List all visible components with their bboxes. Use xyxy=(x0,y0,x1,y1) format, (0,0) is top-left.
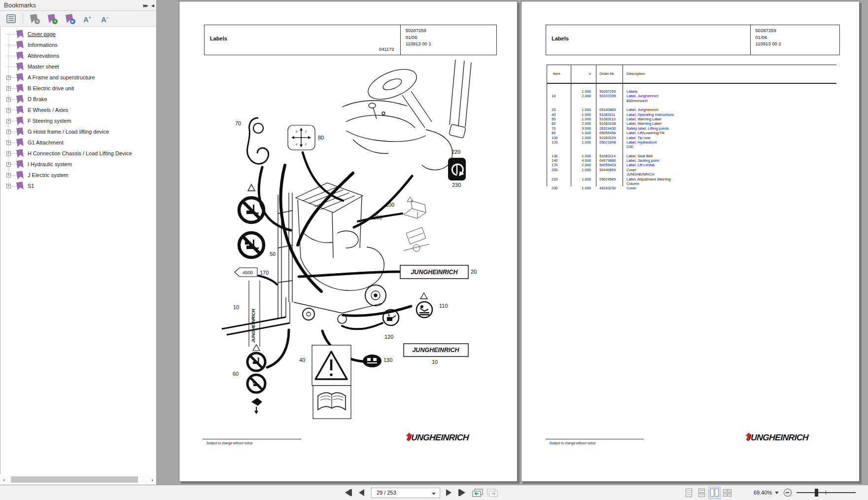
bookmark-label: S1 xyxy=(28,183,34,189)
previous-view-button[interactable] xyxy=(472,489,483,497)
goto-badge-icon: ▶ xyxy=(70,19,75,24)
description-cell[interactable]: Label, Operating Instructions xyxy=(623,112,836,117)
options-list-icon xyxy=(6,14,16,23)
quantity-cell: 1.000 xyxy=(571,107,596,112)
order-number-cell[interactable]: 05021848 xyxy=(596,140,623,144)
bookmark-item[interactable]: +H Connection Chassis / Load Lifting Dev… xyxy=(0,148,156,159)
bookmark-item[interactable]: Cover page xyxy=(0,29,156,39)
expander-icon[interactable]: + xyxy=(6,108,11,112)
scroll-right-icon[interactable]: › xyxy=(148,477,156,483)
bookmark-item[interactable]: +A Frame and superstructure xyxy=(0,72,156,83)
panel-collapse-icon[interactable]: ◀ xyxy=(151,3,153,8)
callout-labels: 70 80 220 230 100 200 50 170 10 20 110 1… xyxy=(233,120,477,377)
expander-icon[interactable]: + xyxy=(6,141,11,145)
tree-connector xyxy=(6,56,17,56)
description-cell[interactable]: Label, Lift Limitat. xyxy=(623,163,836,167)
callout-10b: 10 xyxy=(432,359,438,365)
item-cell xyxy=(547,181,571,186)
table-row-continuation: Column xyxy=(547,181,836,186)
bookmark-item[interactable]: +B Electric drive unit xyxy=(0,83,156,94)
document-number: 110913 00 1 xyxy=(406,40,496,47)
bookmarks-horizontal-scrollbar[interactable]: ‹ › xyxy=(0,474,156,485)
single-page-view-button[interactable] xyxy=(683,487,695,499)
expander-icon[interactable]: + xyxy=(6,75,11,80)
expander-icon[interactable]: + xyxy=(6,119,11,123)
increase-text-size-button[interactable]: A+ xyxy=(81,13,93,25)
order-number-cell[interactable]: 50107205 xyxy=(596,94,623,98)
table-row: 1201.00005021848Label, Hydraulicoil xyxy=(547,140,836,144)
bookmarks-tree: Cover pageInformationsAbbrevationsMaster… xyxy=(0,27,156,474)
quantity-cell xyxy=(571,144,596,149)
expander-icon[interactable]: + xyxy=(6,184,11,188)
zoom-dropdown-icon[interactable] xyxy=(775,492,779,494)
table-group-gap xyxy=(547,103,836,107)
table-row: 201.00005100869Label, Jungheinrich xyxy=(547,107,836,112)
bookmark-item[interactable]: +J Electric system xyxy=(0,170,156,180)
description-cell[interactable]: Safety label, Lifting points xyxy=(623,126,836,131)
two-page-scroll-view-button[interactable] xyxy=(721,487,733,499)
bookmark-item[interactable]: +G Hoist frame / Load lifting device xyxy=(0,126,156,137)
order-number-cell[interactable]: 51083111 xyxy=(596,112,623,117)
expander-icon[interactable]: + xyxy=(6,162,11,167)
bookmark-item[interactable]: +E Wheels / Axles xyxy=(0,105,156,115)
tree-connector xyxy=(6,45,17,45)
description-cell[interactable]: Cover xyxy=(623,186,836,190)
chevron-down-icon[interactable] xyxy=(432,493,436,495)
item-cell: 140 xyxy=(547,158,571,163)
two-page-view-button-selected[interactable] xyxy=(708,487,721,499)
new-bookmark-button[interactable]: + xyxy=(46,13,58,25)
description-cell[interactable]: Labels xyxy=(623,89,836,94)
order-number-cell xyxy=(596,181,623,186)
zoom-slider-handle[interactable] xyxy=(815,489,818,497)
bookmark-item[interactable]: +F Steering system xyxy=(0,115,156,126)
panel-expand-icon[interactable]: ▶▶ xyxy=(143,3,147,8)
description-cell: JUNGHEINRICH xyxy=(623,172,836,177)
goto-bookmark-button[interactable]: ▶ xyxy=(64,13,75,25)
table-row: 1404.00004979880Label, Jacking point xyxy=(547,158,836,163)
expander-icon[interactable]: + xyxy=(6,97,11,102)
document-area: Labels 041172 50287259 01/06 110913 00 1 xyxy=(157,0,868,485)
bookmark-item[interactable]: +S1 xyxy=(0,180,156,191)
tree-connector xyxy=(11,88,17,89)
expander-icon[interactable]: + xyxy=(6,173,11,178)
scrollbar-track[interactable] xyxy=(8,476,148,483)
bookmark-item[interactable]: Informations xyxy=(0,39,156,50)
callout-230: 230 xyxy=(452,182,461,188)
bookmark-options-button[interactable] xyxy=(5,13,17,25)
bookmark-item[interactable]: Abbrevations xyxy=(0,50,156,61)
expander-icon[interactable]: + xyxy=(6,130,11,134)
decrease-text-size-button[interactable]: A− xyxy=(99,13,111,25)
callout-170: 170 xyxy=(260,270,269,276)
bookmark-item[interactable]: +G1 Attachment xyxy=(0,137,156,148)
delete-bookmark-button[interactable]: × xyxy=(28,13,40,25)
last-page-button[interactable] xyxy=(458,489,465,496)
description-cell[interactable]: Label, Jungheinrich xyxy=(623,94,836,98)
callout-200: 200 xyxy=(373,214,382,220)
order-number-cell[interactable]: 50055423 xyxy=(596,163,623,167)
quantity-cell: 1.000 xyxy=(571,168,596,172)
page-number-input[interactable]: 29 / 253 xyxy=(371,488,440,498)
bookmark-label: J Electric system xyxy=(28,172,69,178)
continuous-scroll-view-button[interactable] xyxy=(695,487,708,499)
bookmark-item[interactable]: +I Hydraulic system xyxy=(0,159,156,170)
bookmark-flag-icon xyxy=(16,181,24,190)
order-number-cell[interactable]: 26324430 xyxy=(596,126,623,131)
first-page-button[interactable] xyxy=(345,489,352,496)
expander-icon[interactable]: + xyxy=(6,86,11,91)
zoom-out-button[interactable] xyxy=(784,489,792,497)
expander-icon[interactable]: + xyxy=(6,151,11,156)
scroll-left-icon[interactable]: ‹ xyxy=(0,477,8,483)
tree-connector xyxy=(11,143,17,143)
bookmark-item[interactable]: +D Brake xyxy=(0,94,156,105)
previous-page-button[interactable] xyxy=(359,489,364,496)
order-number-cell[interactable]: 50287259 xyxy=(596,89,623,94)
description-cell[interactable]: Label, Hydraulicoil xyxy=(623,140,836,144)
order-number-cell[interactable]: 48163230 xyxy=(596,186,623,190)
bookmarks-panel-title: Bookmarks xyxy=(4,1,36,9)
zoom-slider-track[interactable] xyxy=(797,492,856,493)
next-page-button[interactable] xyxy=(446,489,451,496)
scrollbar-thumb[interactable] xyxy=(11,476,138,483)
bookmark-item[interactable]: Master sheet xyxy=(0,61,156,72)
zoom-slider[interactable] xyxy=(797,489,856,497)
table-row: 2001.00050440659Cover xyxy=(547,168,836,172)
